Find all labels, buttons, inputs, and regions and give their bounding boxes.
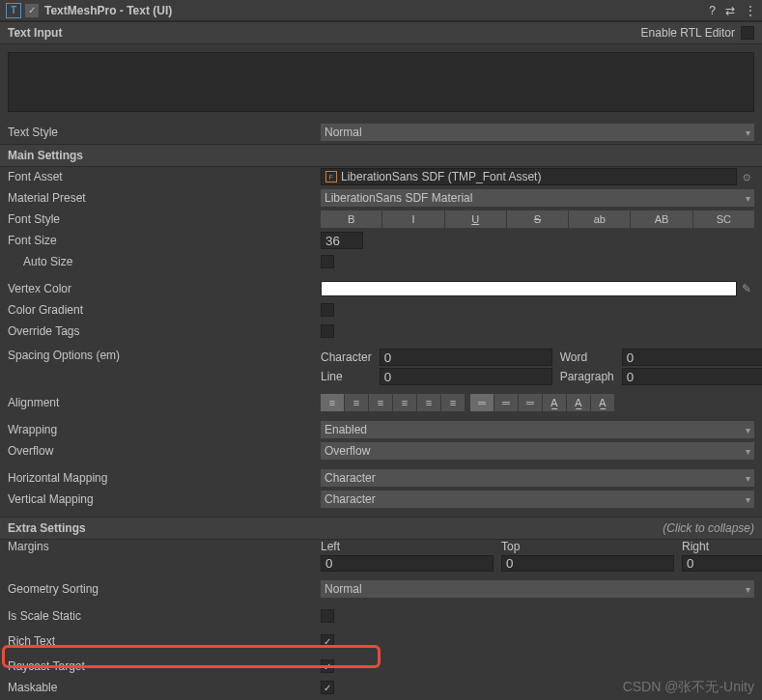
text-input-area[interactable]: [8, 52, 754, 112]
section-extra-settings[interactable]: Extra Settings (Click to collapse): [0, 517, 762, 540]
spacing-character-input[interactable]: [380, 349, 552, 366]
font-style-underline[interactable]: U: [445, 210, 506, 228]
raycast-target-label: Raycast Target: [8, 659, 321, 673]
font-asset-icon: F: [325, 171, 337, 182]
text-style-dropdown[interactable]: Normal: [321, 124, 754, 141]
align-h-center[interactable]: ≡: [345, 394, 368, 411]
component-header: T ✓ TextMeshPro - Text (UI) ? ⇄ ⋮: [0, 0, 762, 21]
collapse-hint: (Click to collapse): [663, 521, 754, 535]
font-asset-field[interactable]: F LiberationSans SDF (TMP_Font Asset): [321, 168, 737, 185]
v-mapping-label: Vertical Mapping: [8, 492, 321, 506]
vertex-color-swatch[interactable]: [321, 281, 737, 296]
help-icon[interactable]: ?: [709, 4, 716, 17]
raycast-target-checkbox[interactable]: ✓: [321, 659, 334, 673]
overflow-dropdown[interactable]: Overflow: [321, 442, 754, 460]
scale-static-label: Is Scale Static: [8, 609, 321, 623]
spacing-character-label: Character: [321, 350, 372, 364]
spacing-word-label: Word: [560, 350, 614, 364]
preset-icon[interactable]: ⇄: [725, 4, 735, 17]
rtl-checkbox[interactable]: [741, 26, 754, 40]
margin-top-input[interactable]: [501, 555, 674, 572]
align-v-baseline[interactable]: A̲: [543, 394, 566, 411]
maskable-label: Maskable: [8, 681, 321, 694]
spacing-paragraph-label: Paragraph: [560, 370, 614, 383]
color-gradient-checkbox[interactable]: [321, 303, 334, 317]
override-tags-label: Override Tags: [8, 324, 321, 338]
component-title: TextMeshPro - Text (UI): [44, 4, 709, 17]
auto-size-checkbox[interactable]: [321, 255, 334, 268]
h-mapping-dropdown[interactable]: Character: [321, 469, 754, 487]
align-v-midline[interactable]: A̲: [567, 394, 590, 411]
section-title: Extra Settings: [8, 521, 86, 535]
font-size-input[interactable]: [321, 232, 363, 249]
spacing-line-input[interactable]: [380, 368, 552, 385]
material-preset-dropdown[interactable]: LiberationSans SDF Material: [321, 189, 754, 207]
geometry-sorting-label: Geometry Sorting: [8, 582, 321, 596]
align-h-flush[interactable]: ≡: [417, 394, 440, 411]
rtl-label: Enable RTL Editor: [641, 26, 735, 40]
override-tags-checkbox[interactable]: [321, 324, 334, 338]
rich-text-checkbox[interactable]: ✓: [321, 634, 334, 648]
margin-right-input[interactable]: [682, 555, 762, 572]
component-enabled-checkbox[interactable]: ✓: [25, 4, 39, 17]
align-v-top[interactable]: ═: [470, 394, 494, 411]
section-title: Text Input: [8, 26, 62, 40]
menu-icon[interactable]: ⋮: [745, 4, 756, 17]
font-size-label: Font Size: [8, 234, 321, 247]
component-icon: T: [6, 3, 21, 18]
align-v-bottom[interactable]: ═: [519, 394, 542, 411]
font-style-bold[interactable]: B: [321, 210, 381, 228]
margin-left-input[interactable]: [321, 555, 494, 572]
align-h-geometry[interactable]: ≡: [441, 394, 465, 411]
align-v-middle[interactable]: ═: [494, 394, 518, 411]
auto-size-label: Auto Size: [8, 255, 321, 268]
font-style-italic[interactable]: I: [382, 210, 443, 228]
wrapping-label: Wrapping: [8, 423, 321, 436]
object-picker-icon[interactable]: ⊙: [739, 169, 754, 184]
spacing-label: Spacing Options (em): [8, 349, 321, 362]
spacing-word-input[interactable]: [622, 349, 762, 366]
align-v-capline[interactable]: A̲: [591, 394, 614, 411]
section-title: Main Settings: [8, 149, 83, 162]
eyedropper-icon[interactable]: ✎: [739, 281, 754, 296]
geometry-sorting-dropdown[interactable]: Normal: [321, 580, 754, 598]
font-style-label: Font Style: [8, 212, 321, 226]
align-h-right[interactable]: ≡: [369, 394, 392, 411]
vertex-color-label: Vertex Color: [8, 282, 321, 295]
margins-label: Margins: [8, 540, 321, 553]
font-style-smallcaps[interactable]: SC: [693, 210, 754, 228]
section-text-input[interactable]: Text Input Enable RTL Editor: [0, 21, 762, 44]
section-main-settings[interactable]: Main Settings: [0, 144, 762, 167]
align-h-justify[interactable]: ≡: [393, 394, 416, 411]
wrapping-dropdown[interactable]: Enabled: [321, 421, 754, 438]
alignment-label: Alignment: [8, 396, 321, 409]
margin-left-label: Left: [321, 540, 494, 553]
font-style-group: B I U S ab AB SC: [321, 210, 754, 228]
v-mapping-dropdown[interactable]: Character: [321, 490, 754, 508]
material-preset-label: Material Preset: [8, 191, 321, 205]
overflow-label: Overflow: [8, 444, 321, 458]
font-style-lowercase[interactable]: ab: [569, 210, 630, 228]
font-style-strike[interactable]: S: [507, 210, 568, 228]
rich-text-label: Rich Text: [8, 634, 321, 648]
margin-top-label: Top: [501, 540, 674, 553]
maskable-checkbox[interactable]: ✓: [321, 681, 334, 694]
color-gradient-label: Color Gradient: [8, 303, 321, 317]
margin-right-label: Right: [682, 540, 762, 553]
text-style-label: Text Style: [8, 126, 321, 139]
align-h-left[interactable]: ≡: [321, 394, 344, 411]
spacing-line-label: Line: [321, 370, 372, 383]
font-style-uppercase[interactable]: AB: [631, 210, 691, 228]
spacing-paragraph-input[interactable]: [622, 368, 762, 385]
scale-static-checkbox[interactable]: [321, 609, 334, 623]
h-mapping-label: Horizontal Mapping: [8, 471, 321, 485]
font-asset-label: Font Asset: [8, 170, 321, 183]
